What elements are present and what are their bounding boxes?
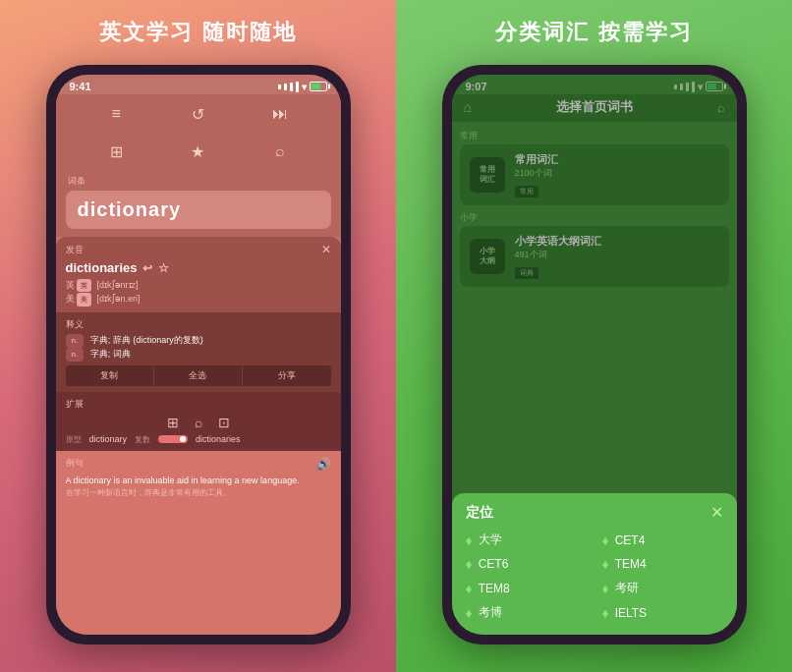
us-phonetic: [dɪkʃən.eri] — [97, 294, 141, 304]
example-label: 例句 — [66, 457, 84, 470]
dot-icon-tem4: ♦ — [602, 556, 609, 572]
modal-item-ielts[interactable]: ♦ IELTS — [602, 604, 723, 621]
signal-bar-4 — [296, 82, 299, 92]
modal-label-kaobuo: 考博 — [479, 604, 502, 621]
context-menu: 复制 全选 分享 — [66, 365, 331, 386]
dot-icon-kaoyuan: ♦ — [602, 581, 609, 596]
left-panel-title: 英文学习 随时随地 — [99, 18, 296, 47]
right-panel-title: 分类词汇 按需学习 — [495, 18, 692, 47]
grid-icon[interactable]: ⊞ — [102, 138, 130, 165]
expand-copy-icon[interactable]: ⊡ — [218, 415, 230, 430]
modal-item-kaoyuan[interactable]: ♦ 考研 — [602, 580, 723, 596]
modal-close-btn[interactable]: ✕ — [710, 503, 723, 522]
share-btn[interactable]: 分享 — [243, 365, 330, 386]
pos-chip-n1: n. — [66, 334, 85, 348]
expand-words: 原型 dictionary 复数 dictionaries — [66, 434, 331, 445]
modal-item-tem4[interactable]: ♦ TEM4 — [602, 556, 723, 572]
star-icon[interactable]: ★ — [184, 138, 211, 165]
pos-chip-n2: n. — [66, 348, 85, 362]
definition-section: 释义 n. 字典; 辞典 (dictionary的复数) n. 字典; 词典 复… — [56, 312, 341, 392]
dot-icon-cet4: ♦ — [602, 532, 609, 548]
left-phone-frame: 9:41 ▾ ≡ ↺ ⏭ ⊞ — [46, 65, 351, 644]
original-word: dictionary — [89, 434, 128, 444]
search-section: 词条 dictionary — [56, 171, 341, 237]
expand-icons: ⊞ ⌕ ⊡ — [66, 415, 331, 430]
en-phonetic: [dɪkʃənrɪz] — [97, 280, 139, 290]
pron-word: dictionaries — [66, 260, 138, 275]
left-status-bar: 9:41 ▾ — [56, 75, 341, 94]
wifi-icon: ▾ — [302, 82, 307, 92]
modal-item-kaobuo[interactable]: ♦ 考博 — [466, 604, 587, 621]
battery-fill — [311, 84, 321, 89]
pron-label: 发音 — [66, 244, 84, 256]
select-all-btn[interactable]: 全选 — [154, 365, 243, 386]
signal-bar-3 — [290, 83, 293, 91]
expand-label: 扩展 — [66, 398, 331, 411]
modal-item-cet4[interactable]: ♦ CET4 — [602, 532, 723, 548]
def-line-2: n. 字典; 词典 — [66, 348, 331, 362]
plural-word: dictionaries — [196, 434, 241, 444]
en-badge: 英 — [77, 279, 91, 292]
modal-label-tem4: TEM4 — [615, 557, 647, 571]
modal-label-cet6: CET6 — [479, 557, 509, 571]
undo-icon[interactable]: ↩ — [142, 261, 152, 275]
dot-icon-kaobuo: ♦ — [466, 605, 473, 621]
next-icon[interactable]: ⏭ — [266, 100, 294, 128]
dot-icon-tem8: ♦ — [466, 581, 473, 596]
modal-label-kaoyuan: 考研 — [615, 580, 639, 596]
pron-word-row: dictionaries ↩ ☆ — [66, 260, 331, 275]
pron-header: 发音 ✕ — [66, 243, 331, 256]
us-badge: 美 — [77, 293, 91, 306]
modal-box: 定位 ✕ ♦ 大学 ♦ CET4 ♦ — [452, 493, 737, 635]
search-label: 词条 — [66, 175, 331, 188]
example-audio-icon[interactable]: 🔊 — [316, 457, 331, 471]
history-icon[interactable]: ↺ — [184, 100, 211, 128]
dot-icon-cet6: ♦ — [466, 556, 473, 572]
plural-label: 复数 — [135, 434, 150, 445]
modal-item-tem8[interactable]: ♦ TEM8 — [466, 580, 587, 596]
pron-close-btn[interactable]: ✕ — [321, 243, 331, 256]
signal-bar-1 — [278, 84, 281, 89]
dot-icon: ♦ — [466, 532, 473, 548]
expand-grid-icon[interactable]: ⊞ — [167, 415, 179, 430]
pron-us: 美 美 [dɪkʃən.eri] — [66, 292, 331, 306]
pronunciation-section: 发音 ✕ dictionaries ↩ ☆ 英 英 [dɪkʃənrɪz] 美 … — [56, 237, 341, 312]
def-line-1: n. 字典; 辞典 (dictionary的复数) — [66, 334, 331, 348]
left-phone-screen: 9:41 ▾ ≡ ↺ ⏭ ⊞ — [56, 75, 341, 635]
modal-header: 定位 ✕ — [466, 503, 723, 522]
original-label: 原型 — [66, 434, 82, 445]
favorite-icon[interactable]: ☆ — [158, 261, 169, 275]
modal-title: 定位 — [466, 504, 493, 522]
right-phone-screen: 9:07 ▾ ⌂ 选择首页词书 ⌕ — [452, 75, 737, 635]
expand-search-icon[interactable]: ⌕ — [195, 415, 202, 430]
example-header: 例句 🔊 — [66, 457, 331, 471]
left-panel: 英文学习 随时随地 9:41 ▾ ≡ ↺ — [0, 0, 396, 672]
pron-en: 英 英 [dɪkʃənrɪz] — [66, 278, 331, 292]
modal-overlay: 定位 ✕ ♦ 大学 ♦ CET4 ♦ — [452, 75, 737, 635]
modal-label-ielts: IELTS — [615, 606, 647, 620]
search-icon[interactable]: ⌕ — [266, 138, 294, 165]
battery-icon — [310, 82, 327, 91]
modal-item-university[interactable]: ♦ 大学 — [466, 532, 587, 548]
left-time: 9:41 — [70, 81, 91, 92]
left-status-icons: ▾ — [278, 82, 327, 92]
search-word[interactable]: dictionary — [66, 191, 331, 229]
menu-icon[interactable]: ≡ — [102, 100, 130, 128]
example-english: A dictionary is an invaluable aid in lea… — [66, 475, 331, 488]
modal-item-cet6[interactable]: ♦ CET6 — [466, 556, 587, 572]
example-section: 例句 🔊 A dictionary is an invaluable aid i… — [56, 451, 341, 635]
signal-bar-2 — [284, 84, 287, 90]
copy-btn[interactable]: 复制 — [66, 365, 154, 386]
modal-label-university: 大学 — [479, 532, 502, 548]
modal-grid: ♦ 大学 ♦ CET4 ♦ CET6 ♦ TEM — [466, 532, 723, 621]
expand-section: 扩展 ⊞ ⌕ ⊡ 原型 dictionary 复数 dictionaries — [56, 392, 341, 451]
dot-icon-ielts: ♦ — [602, 605, 609, 621]
modal-label-cet4: CET4 — [615, 533, 646, 547]
right-phone-frame: 9:07 ▾ ⌂ 选择首页词书 ⌕ — [442, 65, 747, 644]
def-label: 释义 — [66, 318, 331, 331]
modal-label-tem8: TEM8 — [479, 582, 510, 595]
toolbar-row-2: ⊞ ★ ⌕ — [56, 134, 341, 171]
toggle-switch[interactable] — [158, 435, 188, 443]
right-panel: 分类词汇 按需学习 9:07 ▾ ⌂ 选择首页词 — [396, 0, 792, 672]
toolbar-row-1: ≡ ↺ ⏭ — [56, 94, 341, 134]
